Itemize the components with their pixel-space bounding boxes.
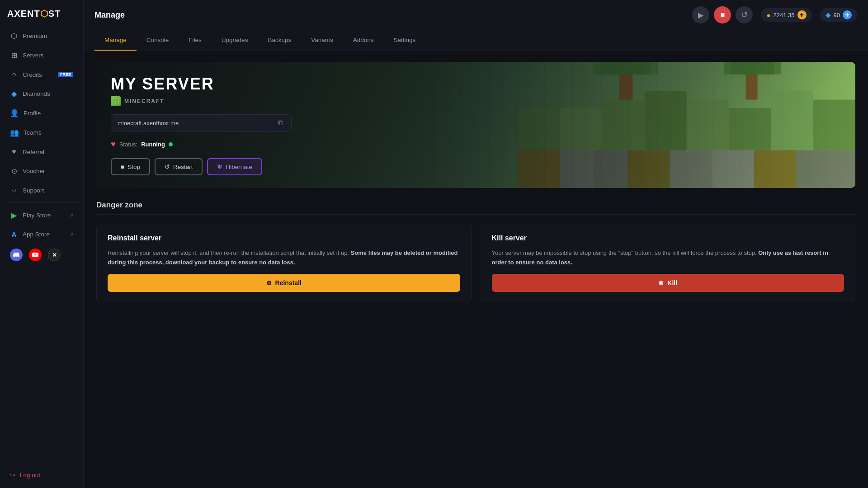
- referral-icon: ♥: [10, 148, 18, 156]
- reinstall-title: Reinstall server: [108, 234, 460, 242]
- tab-files[interactable]: Files: [179, 30, 212, 51]
- sidebar-label-diamonds: Diamonds: [23, 90, 73, 97]
- play-button[interactable]: ▶: [692, 6, 709, 23]
- support-icon: ○: [10, 186, 18, 194]
- restart-button[interactable]: ↺: [736, 6, 753, 23]
- status-label: Status:: [119, 141, 137, 148]
- status-value: Running: [141, 141, 165, 148]
- reinstall-button[interactable]: ⊕ Reinstall: [108, 274, 460, 292]
- sidebar-item-referral[interactable]: ♥ Referral: [3, 143, 80, 161]
- server-action-buttons: ▶ ■ ↺: [692, 6, 753, 23]
- sidebar-item-teams[interactable]: 👥 Teams: [3, 123, 80, 142]
- coin-icon: ●: [766, 11, 770, 19]
- sidebar-label-premium: Premium: [23, 33, 73, 39]
- server-banner: MY SERVER MINECRAFT minecraft.: [96, 62, 855, 188]
- reinstall-btn-icon: ⊕: [266, 279, 272, 286]
- sidebar-item-servers[interactable]: ⊞ Servers: [3, 46, 80, 65]
- sidebar-item-app-store[interactable]: A App Store ↗: [3, 225, 80, 243]
- reinstall-card: Reinstall server Reinstalling your serve…: [96, 223, 472, 303]
- sidebar-divider: [5, 202, 78, 203]
- logo-axent: AXENT: [7, 9, 40, 19]
- server-type-row: MINECRAFT: [111, 96, 537, 106]
- logo-rest: ST: [48, 9, 61, 19]
- tab-backups[interactable]: Backups: [258, 30, 301, 51]
- profile-icon: 👤: [10, 109, 19, 117]
- danger-zone-title: Danger zone: [96, 201, 855, 215]
- kill-button[interactable]: ⊗ Kill: [492, 274, 844, 292]
- tab-settings[interactable]: Settings: [384, 30, 426, 51]
- logout-button[interactable]: ↪ Log out: [3, 466, 80, 483]
- sidebar-item-credits[interactable]: ○ Credits FREE: [3, 66, 80, 84]
- svg-rect-25: [113, 102, 115, 103]
- server-type-label: MINECRAFT: [124, 98, 165, 104]
- stop-server-button[interactable]: ■ Stop: [111, 158, 150, 175]
- copy-icon: ⧉: [278, 119, 283, 127]
- heart-icon: ♥: [111, 140, 116, 149]
- logout-icon: ↪: [10, 471, 15, 479]
- svg-rect-24: [116, 99, 118, 101]
- status-indicator: [169, 142, 173, 146]
- status-row: ♥ Status: Running: [111, 140, 537, 149]
- logo-host-icon: ⬡: [40, 9, 48, 19]
- xp-icon: ◆: [826, 11, 831, 19]
- hibernate-server-button[interactable]: ❄ Hibernate: [207, 158, 262, 175]
- voucher-icon: ⊙: [10, 167, 18, 175]
- server-address: minecraft.axenthost.me: [118, 120, 276, 127]
- server-title: MY SERVER: [111, 75, 537, 94]
- stop-btn-icon: ■: [121, 164, 124, 170]
- restart-icon: ↺: [741, 10, 748, 20]
- sidebar-item-play-store[interactable]: ▶ Play Store ↗: [3, 206, 80, 225]
- tab-variants[interactable]: Variants: [301, 30, 343, 51]
- sidebar-item-diamonds[interactable]: ◆ Diamonds: [3, 84, 80, 103]
- server-address-row: minecraft.axenthost.me ⧉: [111, 114, 292, 131]
- servers-icon: ⊞: [10, 51, 18, 60]
- topbar: Manage ▶ ■ ↺ ● 2241.35 + ◆ 90: [84, 0, 868, 30]
- reinstall-desc-text: Reinstalling your server will stop it, a…: [108, 249, 351, 256]
- social-links: ✕: [3, 244, 80, 266]
- sidebar-item-voucher[interactable]: ⊙ Voucher: [3, 162, 80, 180]
- stop-btn-label: Stop: [127, 164, 140, 170]
- server-control-buttons: ■ Stop ↺ Restart ❄ Hibernate: [111, 158, 537, 175]
- sidebar-item-premium[interactable]: ⬡ Premium: [3, 27, 80, 45]
- play-icon: ▶: [698, 11, 703, 19]
- reinstall-btn-label: Reinstall: [275, 279, 302, 286]
- sidebar-label-play-store: Play Store: [23, 212, 65, 219]
- tab-addons[interactable]: Addons: [343, 30, 384, 51]
- kill-description: Your server may be impossible to stop us…: [492, 249, 844, 267]
- stop-icon: ■: [721, 11, 725, 19]
- tab-manage[interactable]: Manage: [94, 30, 137, 51]
- svg-rect-26: [116, 102, 118, 103]
- x-twitter-icon[interactable]: ✕: [48, 249, 61, 261]
- tab-console[interactable]: Console: [137, 30, 179, 51]
- logout-label: Log out: [20, 472, 40, 479]
- sidebar-label-servers: Servers: [23, 52, 73, 59]
- add-xp-button[interactable]: +: [843, 10, 852, 19]
- hibernate-btn-label: Hibernate: [226, 164, 252, 170]
- stop-button[interactable]: ■: [714, 6, 731, 23]
- credits-badge: FREE: [58, 72, 73, 77]
- nav-tabs: Manage Console Files Upgrades Backups Va…: [84, 30, 868, 51]
- youtube-icon[interactable]: [29, 249, 42, 261]
- xp-amount: 90: [834, 12, 840, 19]
- app-store-icon: A: [10, 230, 18, 238]
- external-link-icon: ↗: [69, 212, 73, 218]
- restart-server-button[interactable]: ↺ Restart: [155, 158, 203, 175]
- add-balance-button[interactable]: +: [797, 10, 807, 19]
- copy-address-button[interactable]: ⧉: [276, 119, 285, 127]
- premium-icon: ⬡: [10, 32, 18, 40]
- sidebar-item-profile[interactable]: 👤 Profile: [3, 104, 80, 122]
- kill-btn-icon: ⊗: [658, 279, 664, 286]
- discord-icon[interactable]: [10, 249, 23, 261]
- kill-card: Kill server Your server may be impossibl…: [481, 223, 856, 303]
- banner-content: MY SERVER MINECRAFT minecraft.: [96, 62, 552, 188]
- page-title: Manage: [94, 10, 125, 20]
- sidebar-item-support[interactable]: ○ Support: [3, 181, 80, 199]
- balance-amount: 2241.35: [774, 12, 795, 19]
- reinstall-description: Reinstalling your server will stop it, a…: [108, 249, 460, 267]
- play-store-icon: ▶: [10, 211, 18, 220]
- restart-btn-label: Restart: [173, 164, 193, 170]
- tab-upgrades[interactable]: Upgrades: [212, 30, 258, 51]
- xp-display: ◆ 90 +: [820, 8, 857, 22]
- topbar-controls: ▶ ■ ↺ ● 2241.35 + ◆ 90 +: [692, 6, 857, 23]
- sidebar-label-support: Support: [23, 187, 73, 194]
